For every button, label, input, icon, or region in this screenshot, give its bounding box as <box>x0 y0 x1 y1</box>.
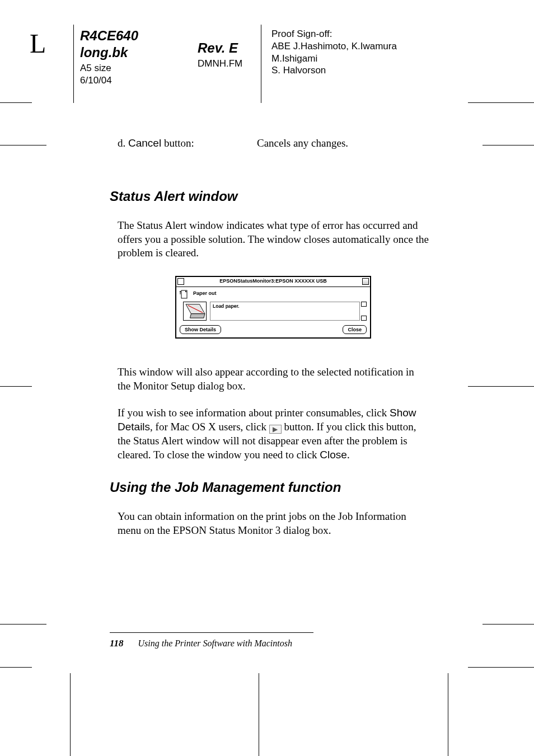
crop-mark <box>0 145 46 145</box>
crop-mark <box>468 386 534 387</box>
item-desc: Cancels any changes. <box>257 137 419 149</box>
scrollbar[interactable] <box>361 302 367 321</box>
proof-signoff-name: M.Ishigami <box>271 53 473 65</box>
scroll-up-icon[interactable] <box>361 302 367 307</box>
header-col-1: R4CE640 long.bk A5 size 6/10/04 <box>80 28 192 86</box>
divider <box>261 25 261 103</box>
text-run: If you wish to see information about pri… <box>118 407 390 419</box>
page-footer: 118 Using the Printer Software with Maci… <box>110 638 292 649</box>
crop-mark <box>0 667 32 668</box>
crop-mark <box>0 624 46 624</box>
page-number: 118 <box>110 638 124 649</box>
doc-file: long.bk <box>80 45 192 60</box>
window-titlebar: EPSONStatusMonitor3:EPSON XXXXXX USB <box>176 277 370 287</box>
body-paragraph: The Status Alert window indicates what t… <box>118 219 429 260</box>
item-letter: d. <box>118 137 128 149</box>
scroll-down-icon[interactable] <box>361 316 367 321</box>
crop-mark <box>259 673 259 756</box>
paper-tray-icon <box>183 302 207 321</box>
divider <box>73 25 74 103</box>
crop-mark <box>468 667 534 668</box>
doc-rev: Rev. E <box>198 40 282 56</box>
page-body: d. Cancel button: Cancels any changes. S… <box>118 137 429 551</box>
crop-mark <box>468 102 534 103</box>
proof-signoff-label: Proof Sign-off: <box>271 28 473 40</box>
ui-term: Cancel <box>128 137 161 149</box>
close-button[interactable]: Close <box>343 325 367 334</box>
crop-mark <box>70 673 71 756</box>
text-run: . <box>347 449 350 461</box>
section-heading: Status Alert window <box>110 189 429 204</box>
header-col-2: Rev. E DMNH.FM <box>198 40 282 69</box>
chapter-title: Using the Printer Software with Macintos… <box>138 638 292 648</box>
crop-mark <box>0 386 32 387</box>
section-heading: Using the Job Management function <box>110 480 429 495</box>
footer-rule <box>110 632 313 633</box>
crop-mark <box>483 624 534 624</box>
window-title: EPSONStatusMonitor3:EPSON XXXXXX USB <box>176 278 370 284</box>
paper-out-icon <box>180 289 190 300</box>
zoom-box-icon[interactable] <box>362 278 369 285</box>
doc-header: L R4CE640 long.bk A5 size 6/10/04 Rev. E… <box>30 25 468 103</box>
item-label: d. Cancel button: <box>118 137 255 149</box>
body-paragraph: If you wish to see information about pri… <box>118 406 429 462</box>
triangle-right-icon: ▶ <box>269 425 282 434</box>
doc-date: 6/10/04 <box>80 75 192 86</box>
text-run: , for Mac OS X users, click <box>150 421 269 433</box>
crop-mark <box>483 145 534 145</box>
alert-window: EPSONStatusMonitor3:EPSON XXXXXX USB Pap… <box>175 276 371 339</box>
svg-marker-2 <box>190 314 205 318</box>
body-paragraph: You can obtain information on the print … <box>118 510 429 537</box>
body-paragraph: This window will also appear according t… <box>118 365 429 393</box>
item-suffix: button: <box>161 137 194 149</box>
side-letter: L <box>30 28 46 59</box>
proof-signoff-name: S. Halvorson <box>271 64 473 77</box>
window-content: Paper out Load paper. <box>176 287 370 322</box>
doc-code: R4CE640 <box>80 28 192 44</box>
ui-term: Close <box>320 449 347 461</box>
figure: EPSONStatusMonitor3:EPSON XXXXXX USB Pap… <box>175 276 371 339</box>
alert-message: Load paper. <box>210 302 360 321</box>
header-col-3: Proof Sign-off: ABE J.Hashimoto, K.Iwamu… <box>271 28 473 77</box>
proof-signoff-name: ABE J.Hashimoto, K.Iwamura <box>271 40 473 53</box>
doc-size: A5 size <box>80 63 192 74</box>
list-item-d: d. Cancel button: Cancels any changes. <box>118 137 429 149</box>
alert-status: Paper out <box>193 289 217 296</box>
crop-mark <box>448 673 448 756</box>
show-details-button[interactable]: Show Details <box>180 325 221 334</box>
crop-mark <box>0 102 32 103</box>
doc-fm: DMNH.FM <box>198 58 282 69</box>
